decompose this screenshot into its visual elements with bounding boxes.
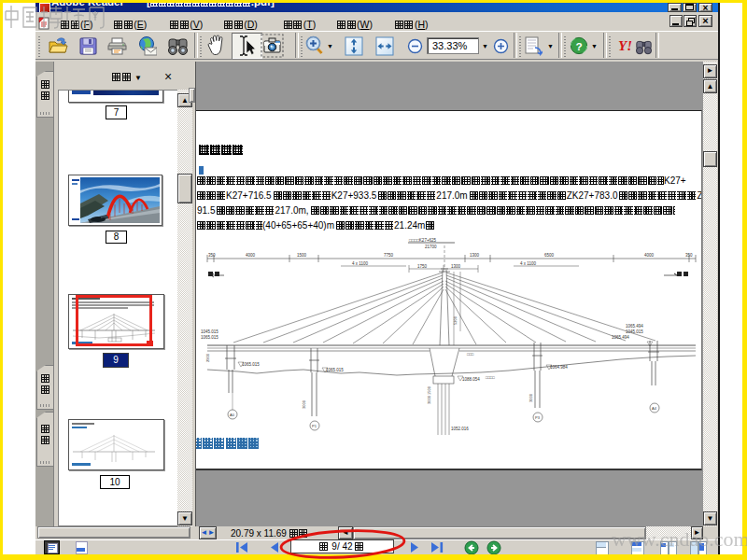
svg-text:1065.494: 1065.494: [612, 335, 629, 340]
svg-text:?: ?: [575, 40, 582, 53]
svg-text:21700: 21700: [425, 245, 437, 249]
svg-text:350: 350: [685, 253, 693, 258]
svg-text:1300: 1300: [451, 264, 461, 269]
svg-text:□□□□K27+625: □□□□K27+625: [409, 238, 437, 243]
svg-text:3000: 3000: [529, 393, 533, 402]
svg-text:A4: A4: [652, 406, 657, 411]
svg-text:1500: 1500: [297, 253, 307, 258]
svg-text:6500: 6500: [544, 253, 555, 258]
svg-text:3000: 3000: [302, 399, 306, 409]
svg-text:A0: A0: [230, 413, 235, 417]
svg-text:1052.016: 1052.016: [451, 427, 469, 431]
svg-text:1300: 1300: [470, 253, 480, 258]
svg-text:1065.015: 1065.015: [326, 368, 344, 372]
svg-text:1065.494: 1065.494: [626, 324, 643, 329]
svg-text:2900: 2900: [205, 353, 210, 362]
svg-text:1045.015: 1045.015: [626, 329, 643, 334]
svg-text:4 x 1100: 4 x 1100: [352, 261, 368, 266]
svg-text:□□□: □□□: [467, 352, 474, 357]
svg-text:3000 1500: 3000 1500: [427, 385, 431, 404]
svg-text:1065.015: 1065.015: [201, 335, 218, 340]
svg-text:1045.015: 1045.015: [201, 329, 218, 334]
svg-text:350: 350: [208, 253, 216, 258]
svg-text:5200: 5200: [453, 315, 458, 325]
svg-text:4000: 4000: [246, 253, 256, 258]
svg-text:1750: 1750: [417, 264, 428, 269]
svg-text:□□□□: □□□□: [486, 375, 495, 380]
svg-text:4 x 1100: 4 x 1100: [520, 261, 536, 266]
svg-text:1088.054: 1088.054: [462, 377, 480, 382]
svg-text:7750: 7750: [384, 253, 394, 258]
svg-text:1064.984: 1064.984: [550, 365, 568, 370]
svg-text:P1: P1: [312, 424, 317, 428]
svg-text:P3: P3: [535, 415, 541, 420]
svg-text:1065.015: 1065.015: [242, 362, 260, 367]
svg-text:4000: 4000: [644, 253, 655, 258]
